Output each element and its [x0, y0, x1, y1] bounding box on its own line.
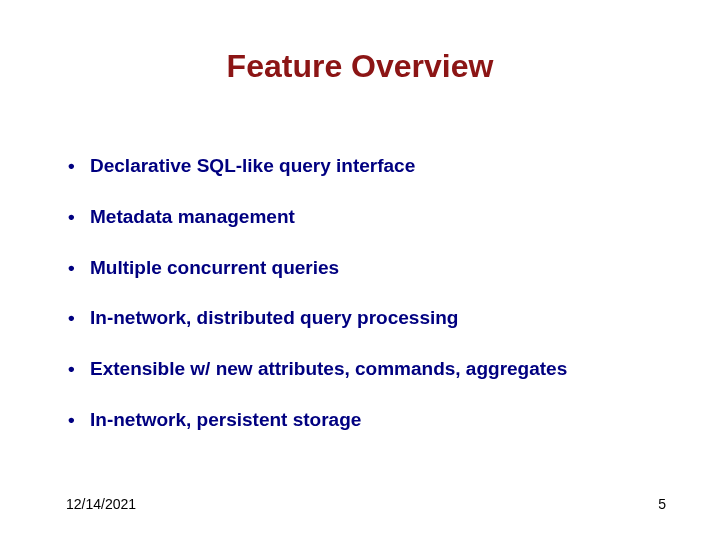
list-item: Declarative SQL-like query interface [66, 155, 660, 178]
list-item: In-network, distributed query processing [66, 307, 660, 330]
slide-title: Feature Overview [0, 48, 720, 85]
footer-page-number: 5 [658, 496, 666, 512]
bullet-list: Declarative SQL-like query interface Met… [66, 155, 660, 460]
list-item: Extensible w/ new attributes, commands, … [66, 358, 660, 381]
list-item: Metadata management [66, 206, 660, 229]
list-item: In-network, persistent storage [66, 409, 660, 432]
list-item: Multiple concurrent queries [66, 257, 660, 280]
footer-date: 12/14/2021 [66, 496, 136, 512]
slide: Feature Overview Declarative SQL-like qu… [0, 0, 720, 540]
